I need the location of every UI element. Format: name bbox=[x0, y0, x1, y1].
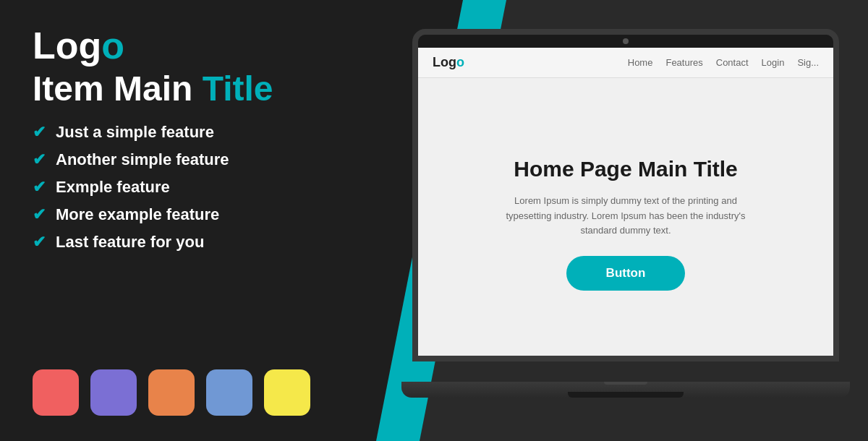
feature-item-3: ✔ Exmple feature bbox=[33, 178, 358, 197]
check-icon-3: ✔ bbox=[33, 178, 46, 197]
browser-logo: Logo bbox=[433, 55, 464, 70]
laptop-base bbox=[401, 382, 850, 398]
check-icon-1: ✔ bbox=[33, 123, 46, 142]
nav-home[interactable]: Home bbox=[628, 57, 653, 68]
right-panel: Logo Home Features Contact Login Sig... … bbox=[391, 0, 868, 441]
main-title: Item Main Title bbox=[33, 70, 358, 108]
top-content: Logo Item Main Title ✔ Just a simple fea… bbox=[33, 25, 358, 260]
hero-body: Lorem Ipsum is simply dummy text of the … bbox=[503, 194, 749, 239]
left-panel: Logo Item Main Title ✔ Just a simple fea… bbox=[0, 0, 391, 441]
camera-dot bbox=[623, 38, 629, 44]
feature-text-2: Another simple feature bbox=[56, 150, 229, 169]
purple-swatch[interactable] bbox=[90, 369, 137, 416]
feature-text-3: Exmple feature bbox=[56, 178, 170, 197]
feature-item-4: ✔ More example feature bbox=[33, 205, 358, 224]
hero-title: Home Page Main Title bbox=[514, 156, 738, 182]
color-swatches bbox=[33, 369, 358, 416]
feature-item-2: ✔ Another simple feature bbox=[33, 150, 358, 169]
feature-text-4: More example feature bbox=[56, 205, 219, 224]
screen-content: Logo Home Features Contact Login Sig... … bbox=[418, 48, 833, 361]
yellow-swatch[interactable] bbox=[264, 369, 310, 416]
feature-text-1: Just a simple feature bbox=[56, 123, 214, 142]
main-title-teal: Title bbox=[203, 69, 273, 108]
nav-login[interactable]: Login bbox=[762, 57, 785, 68]
feature-text-5: Last feature for you bbox=[56, 233, 204, 252]
browser-logo-teal: o bbox=[456, 55, 464, 69]
check-icon-2: ✔ bbox=[33, 150, 46, 169]
hero-button[interactable]: Button bbox=[566, 256, 686, 291]
feature-item-5: ✔ Last feature for you bbox=[33, 233, 358, 252]
hero-section: Home Page Main Title Lorem Ipsum is simp… bbox=[418, 78, 833, 361]
laptop-frame: Logo Home Features Contact Login Sig... … bbox=[412, 29, 839, 361]
nav-features[interactable]: Features bbox=[665, 57, 702, 68]
check-icon-4: ✔ bbox=[33, 205, 46, 224]
logo-area: Logo Item Main Title bbox=[33, 25, 358, 108]
nav-contact[interactable]: Contact bbox=[716, 57, 749, 68]
logo: Logo bbox=[33, 25, 358, 67]
coral-swatch[interactable] bbox=[33, 369, 79, 416]
logo-teal-letter: o bbox=[101, 25, 124, 67]
orange-swatch[interactable] bbox=[148, 369, 195, 416]
check-icon-5: ✔ bbox=[33, 233, 46, 252]
features-list: ✔ Just a simple feature ✔ Another simple… bbox=[33, 123, 358, 252]
laptop-mockup: Logo Home Features Contact Login Sig... … bbox=[412, 29, 839, 412]
browser-nav-links: Home Features Contact Login Sig... bbox=[628, 57, 819, 68]
nav-signup[interactable]: Sig... bbox=[797, 57, 819, 68]
feature-item-1: ✔ Just a simple feature bbox=[33, 123, 358, 142]
browser-nav: Logo Home Features Contact Login Sig... bbox=[418, 48, 833, 78]
blue-swatch[interactable] bbox=[206, 369, 252, 416]
screen-bezel bbox=[418, 35, 833, 48]
